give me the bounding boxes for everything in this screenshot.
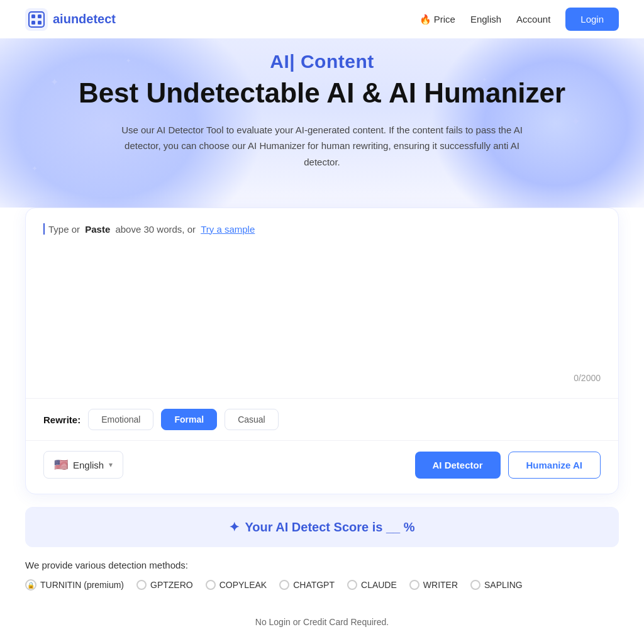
language-flag: 🇺🇸 bbox=[54, 458, 68, 472]
detection-item-copyleak[interactable]: COPYLEAK bbox=[206, 580, 267, 590]
textarea-area: Type or Paste above 30 words, or Try a s… bbox=[26, 208, 618, 399]
detection-label-gptzero: GPTZERO bbox=[150, 580, 193, 590]
try-sample-button[interactable]: Try a sample bbox=[198, 224, 257, 235]
nav-account[interactable]: Account bbox=[516, 14, 550, 25]
price-label: Price bbox=[434, 14, 455, 25]
detection-item-chatgpt[interactable]: CHATGPT bbox=[279, 580, 335, 590]
rewrite-casual[interactable]: Casual bbox=[225, 409, 279, 430]
logo-icon bbox=[25, 8, 48, 31]
score-text: ✦ Your AI Detect Score is __ % bbox=[45, 519, 599, 535]
word-count: 0/2000 bbox=[43, 368, 601, 393]
detection-label-turnitin: TURNITIN (premium) bbox=[40, 580, 124, 590]
main-textarea[interactable] bbox=[43, 240, 601, 365]
detection-label-chatgpt: CHATGPT bbox=[293, 580, 335, 590]
hero-content: AI| Content Best Undetectable AI & AI Hu… bbox=[25, 51, 619, 170]
svg-rect-4 bbox=[31, 21, 35, 25]
nav-price[interactable]: 🔥 Price bbox=[419, 14, 455, 25]
detection-item-claude[interactable]: CLAUDE bbox=[347, 580, 397, 590]
rewrite-formal[interactable]: Formal bbox=[161, 409, 217, 430]
hero-subtitle: AI| Content bbox=[25, 51, 619, 72]
textarea-toolbar: Type or Paste above 30 words, or Try a s… bbox=[43, 223, 601, 235]
svg-rect-5 bbox=[38, 21, 42, 25]
price-emoji: 🔥 bbox=[419, 14, 431, 25]
detection-radio-sapling bbox=[470, 580, 480, 590]
detection-radio-gptzero bbox=[136, 580, 147, 590]
logo-text: aiundetect bbox=[53, 12, 116, 26]
paste-button[interactable]: Paste bbox=[82, 224, 113, 235]
hero-description: Use our AI Detector Tool to evaluate you… bbox=[114, 122, 530, 170]
svg-rect-3 bbox=[38, 14, 42, 18]
logo[interactable]: aiundetect bbox=[25, 8, 116, 31]
language-selector[interactable]: 🇺🇸 English ▾ bbox=[43, 451, 123, 479]
detection-item-gptzero[interactable]: GPTZERO bbox=[136, 580, 193, 590]
detection-radio-copyleak bbox=[206, 580, 216, 590]
detection-item-turnitin[interactable]: 🔒 TURNITIN (premium) bbox=[25, 579, 124, 591]
main-card: Type or Paste above 30 words, or Try a s… bbox=[25, 208, 619, 494]
action-buttons: AI Detector Humanize AI bbox=[415, 452, 601, 479]
detection-label-writer: WRITER bbox=[423, 580, 458, 590]
score-label: Your AI Detect Score is __ % bbox=[245, 520, 414, 535]
no-login-note: No Login or Credit Card Required. bbox=[0, 609, 644, 644]
nav-language[interactable]: English bbox=[470, 14, 501, 25]
action-bar: 🇺🇸 English ▾ AI Detector Humanize AI bbox=[26, 441, 618, 494]
detection-methods: 🔒 TURNITIN (premium) GPTZERO COPYLEAK CH… bbox=[25, 579, 619, 591]
svg-rect-2 bbox=[31, 14, 35, 18]
detection-radio-writer bbox=[409, 580, 419, 590]
cursor-bar bbox=[43, 223, 45, 235]
detection-radio-claude bbox=[347, 580, 357, 590]
detection-item-sapling[interactable]: SAPLING bbox=[470, 580, 523, 590]
language-label: English bbox=[73, 460, 104, 470]
hero-title: Best Undetectable AI & AI Humanizer bbox=[25, 77, 619, 109]
placeholder-above: above 30 words, or bbox=[115, 224, 196, 235]
detection-section: We provide various detection methods: 🔒 … bbox=[0, 547, 644, 609]
detection-item-writer[interactable]: WRITER bbox=[409, 580, 458, 590]
placeholder-type: Type or bbox=[48, 224, 80, 235]
detection-title: We provide various detection methods: bbox=[25, 560, 619, 570]
turnitin-icon: 🔒 bbox=[25, 579, 36, 591]
rewrite-section: Rewrite: Emotional Formal Casual bbox=[26, 399, 618, 441]
rewrite-label: Rewrite: bbox=[43, 414, 80, 425]
detection-radio-chatgpt bbox=[279, 580, 289, 590]
score-section: ✦ Your AI Detect Score is __ % bbox=[25, 507, 619, 547]
login-button[interactable]: Login bbox=[565, 8, 619, 31]
ai-detector-button[interactable]: AI Detector bbox=[415, 452, 501, 479]
humanize-ai-button[interactable]: Humanize AI bbox=[508, 452, 601, 479]
detection-label-claude: CLAUDE bbox=[361, 580, 397, 590]
chevron-down-icon: ▾ bbox=[109, 460, 113, 469]
detection-label-copyleak: COPYLEAK bbox=[219, 580, 267, 590]
rewrite-emotional[interactable]: Emotional bbox=[88, 409, 153, 430]
detection-label-sapling: SAPLING bbox=[484, 580, 523, 590]
score-icon: ✦ bbox=[229, 519, 240, 535]
hero-section: ✦ ✦ ✦ ✦ ✦ AI| Content Best Undetectable … bbox=[0, 38, 644, 208]
main-nav: 🔥 Price English Account Login bbox=[419, 8, 619, 31]
header: aiundetect 🔥 Price English Account Login bbox=[0, 0, 644, 38]
